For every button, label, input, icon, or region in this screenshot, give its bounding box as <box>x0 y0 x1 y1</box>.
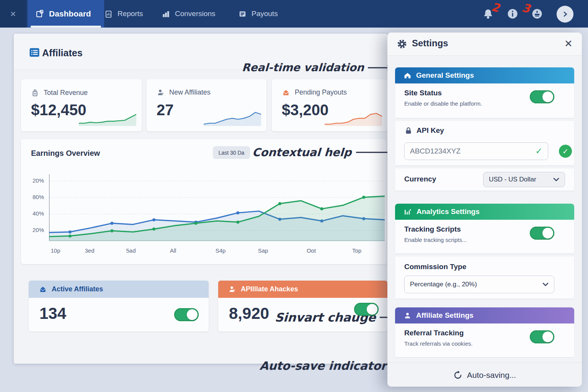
stat-label: Pending Payouts <box>295 88 347 96</box>
conversions-icon <box>162 10 170 18</box>
setting-label: Tracking Scripts <box>404 225 461 234</box>
x-axis-tick: 3ed <box>85 247 94 254</box>
home-icon <box>403 72 412 80</box>
section-analytics-settings: Analytics Settings <box>395 204 574 220</box>
autosave-text: Auto-saving... <box>467 371 516 380</box>
currency-select[interactable]: USD - US Dollar <box>483 172 565 187</box>
x-axis-tick: All <box>170 247 176 254</box>
x-axis-tick: 5ad <box>126 247 136 254</box>
setting-desc: Track referrals via cookies. <box>404 340 473 347</box>
annotation-arrow-icon <box>380 314 387 321</box>
section-title: Analytics Settings <box>416 207 480 216</box>
setting-label: API Key <box>416 126 444 135</box>
dashboard-icon <box>35 9 44 18</box>
stat-value: $12,450 <box>31 101 87 119</box>
tab-label: Payouts <box>252 10 278 18</box>
tracking-scripts-row: Tracking Scripts Enable tracking scripts… <box>395 220 574 253</box>
site-status-toggle[interactable] <box>530 90 554 103</box>
setting-label: Referral Tracking <box>404 329 464 337</box>
chevron-down-icon <box>542 283 549 286</box>
stat-label: Total Revenue <box>44 89 88 97</box>
tab-dashboard[interactable]: Dashboard <box>28 0 104 28</box>
stat-value: 27 <box>157 101 174 119</box>
gear-icon <box>397 39 407 49</box>
section-title: General Settings <box>416 71 474 80</box>
payouts-icon <box>238 10 247 18</box>
tab-payouts[interactable]: Payouts <box>230 0 286 28</box>
commission-type-select[interactable]: Percentage (e.g., 20%) <box>404 276 554 293</box>
y-axis-tick: 20% <box>26 227 44 233</box>
api-key-input[interactable]: ABCD1234XYZ ✓ <box>404 142 548 160</box>
user-icon <box>228 285 236 293</box>
currency-value: USD - US Dollar <box>489 176 536 183</box>
active-affiliates-card: Active Affiliates 134 <box>29 281 209 332</box>
setting-label: Site Status <box>404 89 442 97</box>
page-title: Affiliates <box>42 47 83 59</box>
setting-desc: Enable or disable the platform. <box>404 100 482 107</box>
stat-value: $3,200 <box>282 101 328 119</box>
x-axis-tick: Top <box>352 247 361 254</box>
valid-check-icon: ✓ <box>536 146 542 156</box>
affiliate-api-toggle[interactable] <box>354 303 379 316</box>
stat-card-new-affiliates: New Affiliates 27 <box>147 79 266 131</box>
lock-icon <box>404 126 413 136</box>
stat-card-pending-payouts: Pending Payouts $3,200 <box>272 79 387 131</box>
user-icon <box>157 88 165 96</box>
mail-icon <box>282 89 290 96</box>
bag-icon <box>31 88 39 97</box>
stat-label: New Affiliates <box>169 88 211 96</box>
main-panel: Affiliates Real-time validation Total Re… <box>14 34 387 364</box>
chevron-right-icon <box>562 11 568 18</box>
api-key-value: ABCD1234XYZ <box>410 147 461 155</box>
reports-icon <box>104 10 113 18</box>
top-nav: × Dashboard Reports Conversions Payouts … <box>0 0 588 28</box>
close-icon[interactable]: ✕ <box>564 38 573 50</box>
setting-label: Commission Type <box>404 263 466 271</box>
referral-tracking-toggle[interactable] <box>530 330 554 343</box>
earnings-line-chart <box>49 174 385 241</box>
affiliates-list-icon <box>28 47 41 58</box>
setting-label: Currency <box>404 175 436 183</box>
settings-title: Settings <box>412 38 448 49</box>
x-axis-tick: 10p <box>51 247 60 254</box>
validation-status-icon: ✓ <box>559 145 572 158</box>
mail-icon <box>39 286 47 293</box>
tab-label: Conversions <box>175 10 216 18</box>
tab-conversions[interactable]: Conversions <box>154 0 223 28</box>
card-title: Active Affiliates <box>52 285 103 293</box>
commission-value: Percentage (e.g., 20%) <box>410 281 477 288</box>
tab-reports[interactable]: Reports <box>96 0 151 28</box>
bell-badge-count: 2 <box>490 0 501 15</box>
section-title: Affiliate Settings <box>416 311 474 320</box>
bar-chart-icon <box>403 208 412 216</box>
y-axis-tick: 20% <box>26 177 44 184</box>
stat-card-total-revenue: Total Revenue $12,450 <box>21 79 142 131</box>
user-badge-count: 3 <box>521 1 532 16</box>
earnings-title: Earnings Overview <box>31 149 100 158</box>
tab-label: Reports <box>118 10 143 18</box>
date-range-button[interactable]: Last 30 Da <box>213 146 250 159</box>
affiliate-api-card: APIlllate Ahackes 8,920 Sinvart chauge <box>218 281 387 332</box>
section-affiliate-settings: Affiliate Settings <box>395 307 574 323</box>
settings-header: Settings ✕ <box>387 33 582 56</box>
x-axis-tick: Oot <box>307 247 316 254</box>
active-affiliates-toggle[interactable] <box>174 308 199 321</box>
chevron-down-icon <box>553 178 559 181</box>
tab-label: Dashboard <box>49 9 91 18</box>
tracking-scripts-toggle[interactable] <box>530 227 554 240</box>
commission-type-row: Commission Type Percentage (e.g., 20%) <box>395 256 574 299</box>
site-status-row: Site Status Enable or disable the platfo… <box>395 83 574 118</box>
y-axis-tick: 40% <box>26 210 44 217</box>
sparkline-chart <box>204 109 261 126</box>
stamp-icon[interactable] <box>531 8 543 20</box>
active-tab-underline <box>31 26 101 28</box>
info-icon[interactable] <box>507 8 518 20</box>
settings-panel: Settings ✕ General Settings Site Status … <box>387 33 582 387</box>
nav-close-icon[interactable]: × <box>0 0 26 28</box>
api-key-row: API Key ABCD1234XYZ ✓ ✓ <box>395 121 574 165</box>
card-title: APIlllate Ahackes <box>241 285 298 293</box>
y-axis-tick: 80% <box>26 194 44 200</box>
sparkline-chart <box>79 109 136 126</box>
annotation-realtime-validation: Real-time validation <box>242 61 393 74</box>
expand-arrow-button[interactable] <box>557 6 573 23</box>
